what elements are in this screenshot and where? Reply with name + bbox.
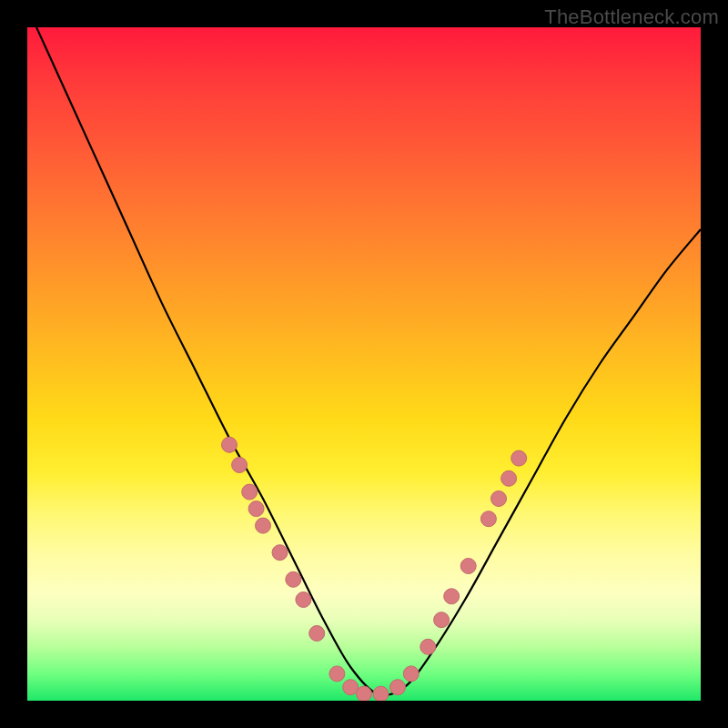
curve-marker bbox=[491, 491, 507, 507]
watermark-text: TheBottleneck.com bbox=[544, 5, 719, 29]
curve-marker bbox=[480, 511, 496, 527]
curve-marker bbox=[511, 450, 527, 466]
curve-marker bbox=[296, 592, 311, 608]
curve-marker bbox=[222, 437, 238, 452]
curve-marker bbox=[256, 518, 271, 533]
curve-marker bbox=[357, 686, 372, 701]
chart-frame: TheBottleneck.com bbox=[0, 0, 728, 728]
curve-marker bbox=[434, 612, 450, 628]
curve-marker bbox=[444, 589, 460, 604]
curve-marker bbox=[248, 501, 264, 517]
curve-marker bbox=[373, 686, 389, 701]
curve-marker bbox=[403, 666, 419, 682]
curve-marker bbox=[242, 484, 258, 500]
curve-marker bbox=[309, 626, 325, 642]
curve-marker bbox=[501, 470, 517, 486]
curve-marker bbox=[390, 680, 406, 695]
curve-marker bbox=[286, 571, 301, 587]
bottleneck-curve bbox=[27, 27, 701, 695]
curve-marker bbox=[420, 639, 436, 654]
chart-plot-area bbox=[27, 27, 701, 701]
curve-marker bbox=[232, 458, 248, 473]
curve-markers bbox=[222, 437, 527, 701]
curve-marker bbox=[272, 545, 288, 561]
chart-svg bbox=[27, 27, 701, 701]
curve-marker bbox=[460, 559, 476, 574]
curve-marker bbox=[329, 666, 345, 682]
